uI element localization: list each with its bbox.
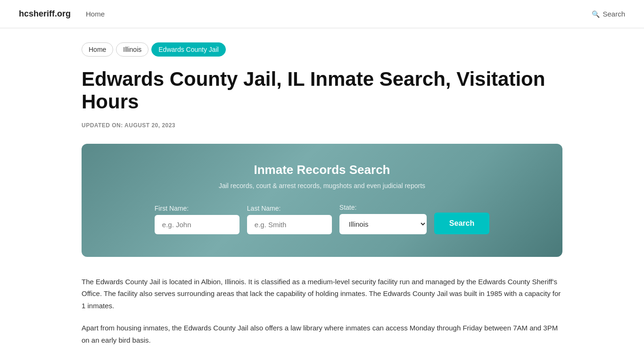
first-name-input[interactable] <box>155 215 239 234</box>
first-name-label: First Name: <box>155 205 239 212</box>
updated-date-value: AUGUST 20, 2023 <box>124 122 175 129</box>
last-name-group: Last Name: <box>247 205 332 234</box>
breadcrumb-illinois[interactable]: Illinois <box>116 42 149 57</box>
main-content: Home Illinois Edwards County Jail Edward… <box>63 28 581 362</box>
navbar: hcsheriff.org Home 🔍 Search <box>0 0 644 28</box>
first-name-group: First Name: <box>155 205 239 234</box>
navbar-left: hcsheriff.org Home <box>19 9 105 19</box>
description-para2: Apart from housing inmates, the Edwards … <box>82 322 562 346</box>
nav-home-link[interactable]: Home <box>86 10 105 18</box>
navbar-search-label: Search <box>603 10 625 18</box>
search-box-subtitle: Jail records, court & arrest records, mu… <box>110 182 534 189</box>
search-box-title: Inmate Records Search <box>110 163 534 177</box>
search-button[interactable]: Search <box>434 213 489 234</box>
breadcrumb: Home Illinois Edwards County Jail <box>82 42 562 57</box>
search-icon: 🔍 <box>592 10 600 18</box>
updated-prefix: UPDATED ON: <box>82 122 123 129</box>
search-fields: First Name: Last Name: State: IllinoisAl… <box>110 204 534 234</box>
updated-date: UPDATED ON: AUGUST 20, 2023 <box>82 122 562 129</box>
state-label: State: <box>339 204 427 211</box>
description-para1: The Edwards County Jail is located in Al… <box>82 276 562 312</box>
search-box: Inmate Records Search Jail records, cour… <box>82 144 562 257</box>
page-title: Edwards County Jail, IL Inmate Search, V… <box>82 68 562 114</box>
last-name-label: Last Name: <box>247 205 332 212</box>
navbar-search[interactable]: 🔍 Search <box>592 10 625 18</box>
state-select[interactable]: IllinoisAlabamaAlaskaArizonaArkansasCali… <box>339 214 427 234</box>
last-name-input[interactable] <box>247 215 332 234</box>
breadcrumb-edwards[interactable]: Edwards County Jail <box>151 42 226 57</box>
state-group: State: IllinoisAlabamaAlaskaArizonaArkan… <box>339 204 427 234</box>
breadcrumb-home[interactable]: Home <box>82 42 113 57</box>
site-logo[interactable]: hcsheriff.org <box>19 9 71 19</box>
